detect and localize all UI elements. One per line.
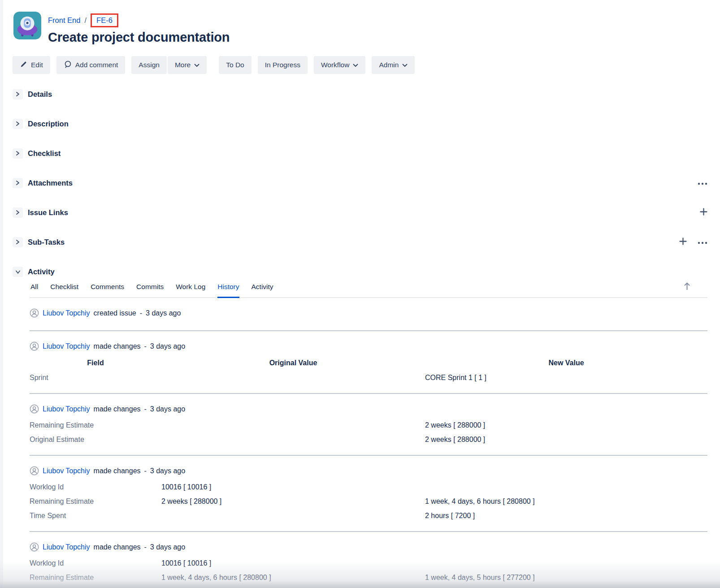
history-row: Time Spent 2 hours [ 7200 ]	[30, 509, 707, 523]
history-row: Time Spent 2 hours [ 7200 ] 3 hours [ 10…	[30, 585, 707, 588]
history-row: Remaining Estimate 2 weeks [ 288000 ]	[30, 418, 707, 432]
history-row: Remaining Estimate 2 weeks [ 288000 ] 1 …	[30, 494, 707, 509]
scroll-to-top-button[interactable]	[683, 281, 691, 293]
history-entry: Liubov Topchiy made changes - 3 days ago…	[30, 531, 707, 588]
field-name: Remaining Estimate	[30, 494, 161, 509]
breadcrumb-issue-link[interactable]: FE-6	[96, 16, 113, 24]
field-name: Time Spent	[30, 509, 161, 523]
history-entry: Liubov Topchiy made changes - 3 days ago…	[30, 393, 707, 455]
history-row: Remaining Estimate 1 week, 4 days, 6 hou…	[30, 571, 707, 585]
section-issue-links[interactable]: Issue Links	[13, 207, 720, 218]
field-name: Sprint	[30, 371, 161, 385]
field-name: Worklog Id	[30, 556, 161, 571]
new-value: CORE Sprint 1 [ 1 ]	[425, 371, 707, 385]
sub-tasks-more-options-button[interactable]	[697, 238, 708, 246]
original-value: 2 hours [ 7200 ]	[161, 585, 425, 588]
user-link[interactable]: Liubov Topchiy	[43, 543, 90, 551]
tab-activity[interactable]: Activity	[252, 283, 273, 297]
new-value: 2 weeks [ 288000 ]	[425, 432, 707, 447]
entry-action: made changes	[94, 342, 141, 350]
tab-all[interactable]: All	[30, 283, 38, 297]
add-sub-task-button[interactable]	[678, 237, 688, 247]
original-value	[161, 432, 425, 447]
entry-action: created issue	[94, 309, 136, 317]
tab-work-log[interactable]: Work Log	[176, 283, 205, 297]
more-button[interactable]: More	[168, 56, 207, 74]
entry-separator: -	[140, 309, 142, 317]
history-row: Original Estimate 2 weeks [ 288000 ]	[30, 432, 707, 447]
chevron-right-icon[interactable]	[13, 237, 23, 247]
section-checklist[interactable]: Checklist	[13, 148, 720, 159]
issue-sections: Details Description Checklist Attachment…	[13, 89, 720, 247]
attachments-more-options-button[interactable]	[697, 179, 708, 187]
original-value	[161, 371, 425, 385]
history-row: Worklog Id 10016 [ 10016 ]	[30, 556, 707, 571]
new-value: 1 week, 4 days, 6 hours [ 280800 ]	[425, 494, 707, 509]
entry-separator: -	[144, 467, 147, 475]
original-value: 1 week, 4 days, 6 hours [ 280800 ]	[161, 571, 425, 585]
add-issue-link-button[interactable]	[699, 207, 708, 218]
ellipsis-icon	[698, 239, 707, 246]
original-value: 10016 [ 10016 ]	[161, 556, 425, 571]
history-table-header: Field Original Value New Value	[30, 355, 707, 371]
field-name: Time Spent	[30, 585, 161, 588]
chevron-right-icon[interactable]	[13, 178, 23, 188]
ellipsis-icon	[698, 180, 707, 186]
workflow-button[interactable]: Workflow	[314, 56, 365, 74]
new-value: 2 weeks [ 288000 ]	[425, 418, 707, 432]
chevron-down-icon[interactable]	[13, 267, 23, 277]
section-label-sub-tasks: Sub-Tasks	[28, 238, 65, 246]
section-label-description: Description	[28, 120, 69, 128]
field-name: Original Estimate	[30, 432, 161, 447]
todo-transition-button[interactable]: To Do	[219, 56, 252, 74]
section-label-details: Details	[28, 90, 52, 99]
column-header-field: Field	[30, 355, 161, 371]
tab-checklist[interactable]: Checklist	[50, 283, 78, 297]
arrow-up-icon	[684, 282, 690, 292]
column-header-original-value: Original Value	[161, 355, 425, 371]
section-attachments[interactable]: Attachments	[13, 177, 720, 188]
tab-commits[interactable]: Commits	[136, 283, 164, 297]
chevron-right-icon[interactable]	[13, 208, 23, 218]
column-header-new-value: New Value	[425, 355, 707, 371]
chevron-right-icon[interactable]	[13, 148, 23, 159]
activity-tabs: All Checklist Comments Commits Work Log …	[30, 283, 707, 298]
new-value	[425, 480, 707, 494]
assign-button[interactable]: Assign	[131, 56, 167, 74]
plus-icon	[679, 238, 687, 246]
field-name: Remaining Estimate	[30, 571, 161, 585]
section-activity[interactable]: Activity	[13, 266, 720, 277]
new-value	[425, 556, 707, 571]
entry-time: 3 days ago	[150, 342, 185, 350]
edit-button[interactable]: Edit	[13, 56, 50, 74]
in-progress-transition-button[interactable]: In Progress	[258, 56, 308, 74]
user-link[interactable]: Liubov Topchiy	[43, 309, 90, 317]
new-value: 2 hours [ 7200 ]	[425, 509, 707, 523]
section-description[interactable]: Description	[13, 118, 720, 129]
chevron-right-icon[interactable]	[13, 119, 23, 129]
user-link[interactable]: Liubov Topchiy	[43, 467, 90, 475]
original-value	[161, 418, 425, 432]
history-entry: Liubov Topchiy made changes - 3 days ago…	[30, 330, 707, 393]
section-label-activity: Activity	[28, 268, 55, 276]
user-link[interactable]: Liubov Topchiy	[43, 342, 90, 350]
user-avatar-icon	[30, 308, 39, 318]
user-link[interactable]: Liubov Topchiy	[43, 405, 90, 413]
original-value	[161, 509, 425, 523]
section-label-issue-links: Issue Links	[28, 208, 68, 217]
chevron-right-icon[interactable]	[13, 89, 23, 99]
section-sub-tasks[interactable]: Sub-Tasks	[13, 237, 720, 247]
chevron-down-icon	[353, 61, 358, 69]
admin-button[interactable]: Admin	[372, 56, 415, 74]
section-details[interactable]: Details	[13, 89, 720, 99]
user-avatar-icon	[30, 342, 39, 351]
tab-history[interactable]: History	[217, 283, 239, 298]
add-comment-button[interactable]: Add comment	[56, 56, 126, 74]
original-value: 2 weeks [ 288000 ]	[161, 494, 425, 509]
breadcrumb-project-link[interactable]: Front End	[48, 16, 80, 25]
entry-separator: -	[144, 405, 147, 413]
page-gutter	[0, 0, 3, 588]
field-name: Remaining Estimate	[30, 418, 161, 432]
entry-separator: -	[144, 543, 147, 551]
tab-comments[interactable]: Comments	[91, 283, 124, 297]
